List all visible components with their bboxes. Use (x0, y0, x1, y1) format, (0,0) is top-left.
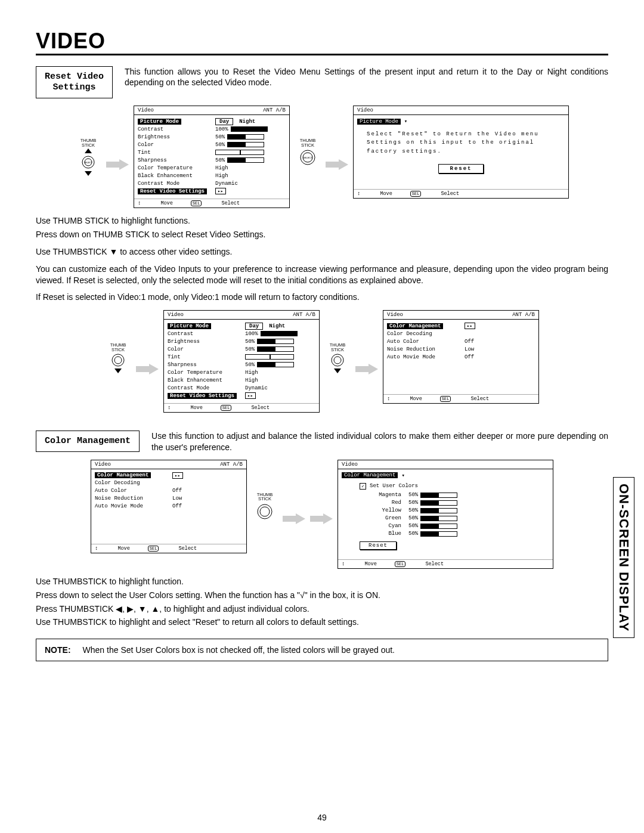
diagram-row-3: VideoANT A/BColor Management▸▸Color Deco… (36, 460, 608, 569)
reset-colors-button[interactable]: Reset (360, 541, 397, 550)
osd-video-menu-2: VideoANT A/BPicture ModeDayNightContrast… (163, 310, 320, 413)
svg-marker-21 (310, 513, 333, 524)
thumbstick-icon: THUMB STICK SELECT (75, 138, 101, 176)
reset-button[interactable]: Reset (438, 164, 483, 174)
svg-marker-17 (355, 364, 378, 374)
instruction-text: Press THUMBSTICK ◀, ▶, ▼, ▲, to highligh… (36, 603, 608, 615)
set-user-colors-checkbox[interactable]: ✓ (360, 483, 366, 490)
svg-point-10 (112, 354, 124, 366)
instruction-text: Use THUMBSTICK to highlight and select "… (36, 617, 608, 628)
svg-point-19 (260, 507, 270, 516)
note-box: NOTE: When the Set User Colors box is no… (36, 639, 608, 661)
instruction-text: Press down to select the User Colors set… (36, 590, 608, 601)
thumbstick-select-icon: THUMB STICK (252, 493, 278, 521)
thumbstick-down-icon: THUMB STICK (324, 343, 351, 373)
osd-video-menu-1: VideoANT A/BPicture ModeDayNightContrast… (134, 106, 290, 208)
svg-marker-5 (106, 159, 129, 170)
svg-text:SELECT: SELECT (303, 156, 312, 159)
instruction-text: Use THUMB STICK to highlight functions. (36, 215, 608, 227)
instruction-text: Press down on THUMB STICK to select Rese… (36, 229, 608, 240)
svg-text:SELECT: SELECT (84, 162, 92, 164)
osd-color-menu-2: VideoANT A/BColor Management▸▸Color Deco… (91, 460, 247, 553)
svg-marker-20 (283, 513, 305, 524)
thumbstick-select-icon: THUMB STICK SELECT (295, 138, 321, 166)
svg-marker-0 (85, 148, 92, 153)
diagram-row-1: THUMB STICK SELECT VideoANT A/BPicture M… (36, 106, 608, 208)
thumbstick-down-icon: THUMB STICK (105, 343, 131, 373)
svg-marker-9 (326, 159, 348, 170)
svg-marker-16 (334, 368, 341, 373)
svg-marker-4 (85, 171, 92, 176)
osd-user-colors: Video Color Management▾ ✓Set User Colors… (338, 460, 553, 569)
reset-video-settings-tab: Reset Video Settings (36, 66, 113, 98)
svg-point-11 (114, 357, 122, 364)
osd-reset-confirm: Video Picture Mode▾ Select "Reset" to Re… (353, 106, 569, 199)
svg-marker-13 (136, 364, 159, 374)
color-management-tab: Color Management (36, 431, 140, 452)
diagram-row-2: THUMB STICK VideoANT A/BPicture ModeDayN… (36, 310, 608, 413)
svg-point-14 (332, 354, 343, 366)
reset-video-intro: This function allows you to Reset the Vi… (125, 66, 608, 88)
instruction-text: If Reset is selected in Video:1 mode, on… (36, 292, 608, 303)
svg-point-15 (334, 357, 341, 364)
color-management-intro: Use this function to adjust and balance … (151, 431, 608, 452)
instruction-text: You can customize each of the Video Inpu… (36, 264, 608, 286)
page-title: VIDEO (36, 29, 608, 55)
page-number: 49 (0, 813, 644, 822)
osd-color-menu-1: VideoANT A/BColor Management▸▸Color Deco… (383, 310, 539, 404)
side-tab-label: ON-SCREEN DISPLAY (613, 477, 634, 638)
instruction-text: Use THUMBSTICK to highlight function. (36, 576, 608, 587)
instruction-text: Use THUMBSTICK ▼ to access other video s… (36, 246, 608, 258)
svg-marker-12 (114, 368, 122, 373)
